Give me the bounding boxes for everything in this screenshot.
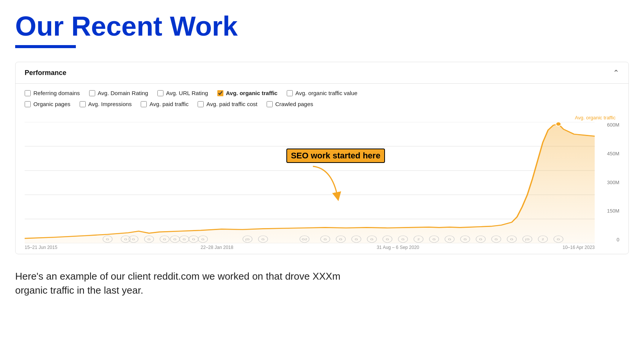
svg-text:G: G <box>124 238 127 241</box>
svg-text:G2: G2 <box>302 238 308 241</box>
checkbox-organic-pages[interactable] <box>25 101 31 107</box>
performance-header: Performance ⌃ <box>16 62 628 84</box>
y-axis-label: 450M <box>597 151 619 156</box>
checkbox-item[interactable]: Avg. paid traffic <box>141 101 188 107</box>
y-axis-labels: 600M450M300M150M0 <box>597 122 619 243</box>
svg-text:G: G <box>386 238 389 241</box>
svg-text:G: G <box>132 238 135 241</box>
svg-text:G: G <box>148 238 151 241</box>
svg-text:G: G <box>495 238 498 241</box>
svg-text:2: 2 <box>542 238 544 241</box>
svg-text:G: G <box>370 238 374 241</box>
y-axis-label: 300M <box>597 180 619 185</box>
x-axis-label: 15–21 Jun 2015 <box>25 245 57 250</box>
y-axis-label: 150M <box>597 208 619 214</box>
x-axis-label: 10–16 Apr 2023 <box>562 245 595 250</box>
y-axis-label: 0 <box>597 237 619 243</box>
svg-text:2: 2 <box>417 238 419 241</box>
checkbox-label-avg-organic-traffic: Avg. organic traffic <box>226 90 278 96</box>
svg-text:G: G <box>463 238 467 241</box>
checkbox-avg-paid-traffic-cost[interactable] <box>198 101 204 107</box>
checkbox-avg-organic-traffic-value[interactable] <box>287 90 293 96</box>
svg-text:G: G <box>401 238 405 241</box>
svg-text:G: G <box>324 238 327 241</box>
checkbox-label-ref-domains: Referring domains <box>33 90 80 96</box>
svg-text:(G: (G <box>525 238 529 241</box>
checkbox-label-avg-paid-traffic-cost: Avg. paid traffic cost <box>206 101 258 107</box>
svg-text:G: G <box>432 238 436 241</box>
checkbox-row-1: Referring domainsAvg. Domain RatingAvg. … <box>25 90 619 96</box>
checkbox-item[interactable]: Organic pages <box>25 101 71 107</box>
checkbox-item[interactable]: Avg. URL Rating <box>157 90 208 96</box>
y-axis-label: 600M <box>597 122 619 128</box>
collapse-icon[interactable]: ⌃ <box>613 68 619 77</box>
svg-text:G: G <box>261 238 265 241</box>
checkbox-row-2: Organic pagesAvg. ImpressionsAvg. paid t… <box>25 101 619 107</box>
checkbox-avg-organic-traffic[interactable] <box>217 90 223 96</box>
svg-text:(G: (G <box>245 238 250 241</box>
svg-text:G: G <box>479 238 482 241</box>
checkbox-item[interactable]: Avg. organic traffic <box>217 90 278 96</box>
performance-title: Performance <box>25 69 66 77</box>
checkbox-avg-domain-rating[interactable] <box>89 90 95 96</box>
checkbox-label-avg-organic-traffic-value: Avg. organic traffic value <box>295 90 358 96</box>
checkbox-label-avg-impressions: Avg. Impressions <box>88 101 132 107</box>
checkbox-item[interactable]: Avg. paid traffic cost <box>198 101 258 107</box>
checkbox-label-crawled-pages: Crawled pages <box>275 101 313 107</box>
svg-text:G: G <box>510 238 514 241</box>
x-axis-label: 31 Aug – 6 Sep 2020 <box>377 245 419 250</box>
page-title: Our Recent Work <box>15 11 629 41</box>
g-markers-svg: G G G G G G G G G (G G G2 G G G <box>25 235 595 243</box>
svg-text:G: G <box>339 238 342 241</box>
chart-container: Avg. organic traffic 600M450M300M150M0 <box>16 111 628 254</box>
checkbox-crawled-pages[interactable] <box>267 101 273 107</box>
checkbox-label-avg-url-rating: Avg. URL Rating <box>166 90 208 96</box>
checkbox-item[interactable]: Avg. organic traffic value <box>287 90 358 96</box>
checkbox-item[interactable]: Avg. Domain Rating <box>89 90 148 96</box>
checkbox-item[interactable]: Avg. Impressions <box>80 101 132 107</box>
x-axis-labels: 15–21 Jun 201522–28 Jan 201831 Aug – 6 S… <box>25 243 619 250</box>
checkbox-item[interactable]: Crawled pages <box>267 101 313 107</box>
checkbox-avg-impressions[interactable] <box>80 101 86 107</box>
svg-text:G: G <box>201 238 205 241</box>
checkbox-avg-url-rating[interactable] <box>157 90 163 96</box>
checkbox-label-organic-pages: Organic pages <box>33 101 71 107</box>
chart-svg <box>25 122 595 243</box>
title-underline <box>15 45 76 48</box>
svg-text:G: G <box>355 238 358 241</box>
svg-text:G: G <box>192 238 195 241</box>
checkbox-item[interactable]: Referring domains <box>25 90 80 96</box>
g-markers-row: G G G G G G G G G (G G G2 G G G <box>25 235 595 243</box>
checkbox-label-avg-domain-rating: Avg. Domain Rating <box>98 90 148 96</box>
svg-text:G: G <box>163 238 166 241</box>
performance-section: Performance ⌃ Referring domainsAvg. Doma… <box>15 62 629 254</box>
svg-text:G: G <box>183 238 186 241</box>
svg-point-6 <box>556 122 561 126</box>
svg-text:G: G <box>106 238 109 241</box>
checkboxes-area: Referring domainsAvg. Domain RatingAvg. … <box>16 84 628 111</box>
chart-legend-label: Avg. organic traffic <box>25 115 619 120</box>
checkbox-label-avg-paid-traffic: Avg. paid traffic <box>149 101 188 107</box>
svg-text:G: G <box>557 238 560 241</box>
description-text: Here's an example of our client reddit.c… <box>15 269 357 297</box>
svg-text:G: G <box>448 238 451 241</box>
checkbox-avg-paid-traffic[interactable] <box>141 101 147 107</box>
chart-wrapper: 600M450M300M150M0 <box>25 122 619 243</box>
checkbox-ref-domains[interactable] <box>25 90 31 96</box>
x-axis-label: 22–28 Jan 2018 <box>201 245 233 250</box>
svg-text:G: G <box>173 238 177 241</box>
